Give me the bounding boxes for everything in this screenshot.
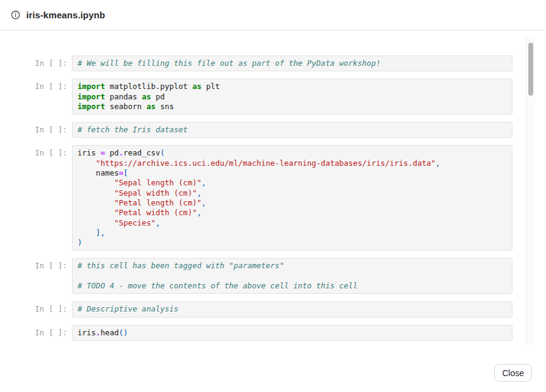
code-line: "Sepal length (cm)", <box>77 178 507 188</box>
code-line: names=[ <box>77 168 507 178</box>
code-line: "Sepal width (cm)", <box>77 188 507 198</box>
cell-prompt: In [ ]: <box>34 258 72 271</box>
notebook-cell: In [ ]:# fetch the Iris dataset <box>34 122 512 138</box>
close-button[interactable]: Close <box>494 364 532 382</box>
notebook-cell: In [ ]:# We will be filling this file ou… <box>34 55 512 71</box>
scrollbar-thumb[interactable] <box>528 43 533 96</box>
code-cell: # fetch the Iris dataset <box>72 122 512 138</box>
code-cell: # this cell has been tagged with "parame… <box>72 258 512 294</box>
code-cell: iris.head() <box>72 325 512 341</box>
notebook-cell: In [ ]:import matplotlib.pyplot as pltim… <box>34 79 512 115</box>
modal-header: iris-kmeans.ipynb <box>0 0 546 30</box>
notebook-cell: In [ ]:# Descriptive analysis <box>34 301 512 317</box>
code-line: iris = pd.read_csv( <box>77 148 507 158</box>
cell-prompt: In [ ]: <box>34 301 72 314</box>
cell-prompt: In [ ]: <box>34 145 72 158</box>
code-cell: iris = pd.read_csv( "https://archive.ics… <box>72 145 512 251</box>
code-cell: # We will be filling this file out as pa… <box>72 55 512 71</box>
code-line: iris.head() <box>77 328 507 338</box>
code-line: "Petal length (cm)", <box>77 198 507 208</box>
notebook-cell: In [ ]:iris.head() <box>34 325 512 341</box>
code-line <box>77 271 507 281</box>
code-line: # Descriptive analysis <box>77 304 507 314</box>
notebook-cell: In [ ]:# this cell has been tagged with … <box>34 258 512 294</box>
notebook-preview: In [ ]:# We will be filling this file ou… <box>0 31 535 347</box>
code-line: "Petal width (cm)", <box>77 208 507 218</box>
cell-prompt: In [ ]: <box>34 325 72 338</box>
code-cell: import matplotlib.pyplot as pltimport pa… <box>72 79 512 115</box>
code-line: import matplotlib.pyplot as plt <box>77 82 507 91</box>
info-icon[interactable] <box>11 10 20 20</box>
cell-prompt: In [ ]: <box>34 122 72 135</box>
code-line: ], <box>77 228 507 238</box>
code-line: # TODO 4 - move the contents of the abov… <box>77 281 507 291</box>
code-line: ) <box>77 238 507 248</box>
cell-prompt: In [ ]: <box>34 55 72 68</box>
code-line: # We will be filling this file out as pa… <box>77 59 507 68</box>
cell-prompt: In [ ]: <box>34 79 72 91</box>
code-line: "https://archive.ics.uci.edu/ml/machine-… <box>77 159 507 168</box>
notebook-cells: In [ ]:# We will be filling this file ou… <box>34 55 512 341</box>
code-cell: # Descriptive analysis <box>72 301 512 317</box>
code-line: import pandas as pd <box>77 92 507 102</box>
file-preview-modal: iris-kmeans.ipynb In [ ]:# We will be fi… <box>0 0 546 392</box>
code-line: # this cell has been tagged with "parame… <box>77 261 507 271</box>
page-title: iris-kmeans.ipynb <box>26 10 105 20</box>
code-line: # fetch the Iris dataset <box>77 125 507 135</box>
code-line: "Species", <box>77 218 507 228</box>
scrollbar-track[interactable] <box>526 37 535 344</box>
code-line: import seaborn as sns <box>77 102 507 112</box>
notebook-cell: In [ ]:iris = pd.read_csv( "https://arch… <box>34 145 512 251</box>
